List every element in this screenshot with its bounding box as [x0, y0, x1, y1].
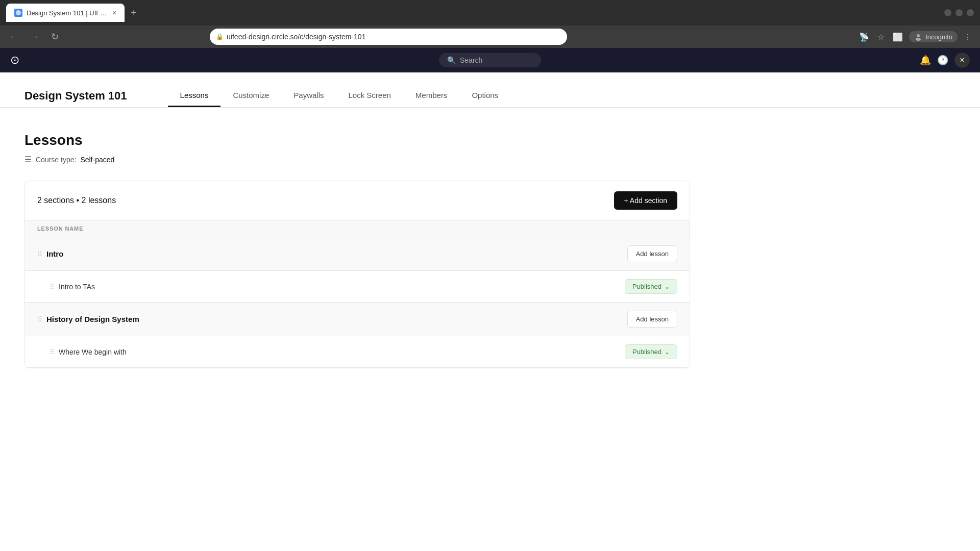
drag-handle-icon[interactable]: ⠿	[37, 315, 41, 323]
published-label: Published	[632, 283, 662, 290]
list-item: ⠿ Intro to TAs Published ⌄	[25, 271, 690, 303]
drag-handle-icon[interactable]: ⠿	[50, 348, 54, 356]
tab-lessons[interactable]: Lessons	[168, 85, 221, 107]
list-item: ⠿ Where We begin with Published ⌄	[25, 336, 690, 368]
add-section-button[interactable]: + Add section	[614, 191, 677, 210]
active-tab[interactable]: Design System 101 | UIFeed Des... ×	[6, 4, 125, 22]
topbar-close-button[interactable]: ×	[954, 53, 970, 68]
lesson-row-left: ⠿ Where We begin with	[50, 348, 127, 356]
new-tab-button[interactable]: +	[127, 5, 141, 21]
incognito-badge: Incognito	[909, 31, 958, 42]
drag-handle-icon[interactable]: ⠿	[50, 283, 54, 291]
topbar-right: 🔔 🕐 ×	[920, 53, 970, 68]
browser-chrome: Design System 101 | UIFeed Des... × +	[0, 0, 980, 26]
close-window-btn[interactable]	[967, 9, 974, 16]
table-col-headers: LESSON NAME	[25, 220, 690, 237]
address-lock-icon: 🔒	[216, 33, 224, 40]
incognito-icon	[914, 33, 922, 41]
course-type-link[interactable]: Self-paced	[80, 156, 114, 164]
sections-count: 2 sections • 2 lessons	[37, 196, 116, 205]
tab-members[interactable]: Members	[403, 85, 460, 107]
add-lesson-button-intro[interactable]: Add lesson	[627, 245, 677, 262]
browser-nav: ← → ↻ 🔒 uifeed-design.circle.so/c/design…	[0, 26, 980, 48]
lesson-name: Intro to TAs	[59, 283, 95, 291]
svg-point-0	[16, 10, 21, 15]
history-icon[interactable]: 🕐	[937, 55, 948, 66]
svg-point-2	[916, 38, 921, 41]
tab-paywalls[interactable]: Paywalls	[281, 85, 336, 107]
page-content: Design System 101 Lessons Customize Payw…	[0, 72, 980, 551]
browser-tabs: Design System 101 | UIFeed Des... × +	[6, 4, 141, 22]
app-topbar: ⊙ 🔍 Search 🔔 🕐 ×	[0, 48, 980, 72]
app-logo[interactable]: ⊙	[10, 54, 19, 67]
lesson-row-left: ⠿ Intro to TAs	[50, 283, 95, 291]
tab-close-icon[interactable]: ×	[112, 9, 116, 17]
lessons-table: 2 sections • 2 lessons + Add section LES…	[24, 181, 690, 368]
section-row-left: ⠿ History of Design System	[37, 315, 139, 323]
main-content: Lessons ☰ Course type: Self-paced 2 sect…	[0, 108, 715, 393]
course-title: Design System 101	[24, 89, 127, 103]
section-name: History of Design System	[46, 315, 139, 323]
section-row: ⠿ Intro Add lesson	[25, 237, 690, 271]
chevron-down-icon: ⌄	[665, 283, 670, 290]
svg-point-1	[917, 34, 920, 37]
cast-icon[interactable]: 📡	[857, 30, 871, 44]
tab-options[interactable]: Options	[459, 85, 510, 107]
lessons-table-header: 2 sections • 2 lessons + Add section	[25, 181, 690, 220]
course-header: Design System 101 Lessons Customize Payw…	[0, 72, 980, 108]
search-placeholder: Search	[460, 56, 482, 64]
published-status-badge[interactable]: Published ⌄	[625, 279, 677, 294]
address-url: uifeed-design.circle.so/c/design-system-…	[227, 33, 561, 41]
lesson-name: Where We begin with	[59, 348, 127, 356]
notification-bell-icon[interactable]: 🔔	[920, 55, 931, 66]
back-button[interactable]: ←	[6, 29, 21, 44]
minimize-btn[interactable]	[944, 9, 951, 16]
tab-customize[interactable]: Customize	[220, 85, 281, 107]
browser-menu-icon[interactable]: ⋮	[962, 30, 974, 44]
search-icon: 🔍	[447, 56, 456, 64]
bookmark-icon[interactable]: ☆	[875, 30, 887, 44]
refresh-button[interactable]: ↻	[47, 29, 62, 44]
section-row-left: ⠿ Intro	[37, 249, 63, 258]
published-status-badge[interactable]: Published ⌄	[625, 344, 677, 359]
address-bar[interactable]: 🔒 uifeed-design.circle.so/c/design-syste…	[210, 29, 567, 45]
tab-favicon	[14, 9, 22, 17]
lessons-title: Lessons	[24, 132, 690, 148]
add-lesson-button-history[interactable]: Add lesson	[627, 311, 677, 328]
section-name: Intro	[46, 249, 63, 258]
chevron-down-icon: ⌄	[665, 348, 670, 356]
tab-title: Design System 101 | UIFeed Des...	[27, 9, 108, 17]
forward-button[interactable]: →	[27, 29, 42, 44]
maximize-btn[interactable]	[955, 9, 963, 16]
course-type-icon: ☰	[24, 155, 32, 164]
nav-actions: 📡 ☆ ⬜ Incognito ⋮	[857, 30, 974, 44]
course-type-label: Course type:	[36, 156, 76, 164]
lesson-name-col-header: LESSON NAME	[37, 226, 83, 232]
published-label: Published	[632, 348, 662, 356]
window-icon[interactable]: ⬜	[891, 30, 905, 44]
tab-lock-screen[interactable]: Lock Screen	[336, 85, 403, 107]
course-type-row: ☰ Course type: Self-paced	[24, 155, 690, 164]
course-nav: Lessons Customize Paywalls Lock Screen M…	[168, 85, 511, 107]
window-controls	[944, 9, 974, 16]
section-row: ⠿ History of Design System Add lesson	[25, 303, 690, 336]
drag-handle-icon[interactable]: ⠿	[37, 250, 41, 258]
search-bar[interactable]: 🔍 Search	[439, 53, 541, 67]
